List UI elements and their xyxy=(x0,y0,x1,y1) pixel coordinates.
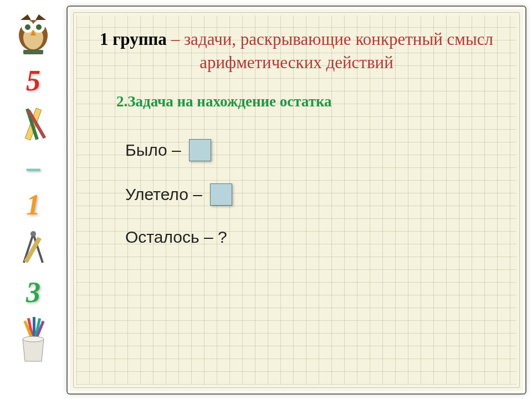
ruler-pencils-icon xyxy=(0,105,66,144)
title-lead: 1 группа xyxy=(100,29,167,49)
digit-5: 5 xyxy=(26,66,40,95)
row-flew-label: Улетело – xyxy=(125,185,202,204)
digit-1: 1 xyxy=(26,191,40,219)
digit-3: 3 xyxy=(26,278,40,307)
sidebar: 5 – 1 3 xyxy=(0,0,66,399)
task-rows: Было – Улетело – Осталось – ? xyxy=(92,139,501,247)
row-flew-away: Улетело – xyxy=(125,183,501,206)
owl-icon xyxy=(11,7,55,57)
svg-point-5 xyxy=(36,24,42,30)
slide-board: 1 группа – задачи, раскрывающие конкретн… xyxy=(66,6,526,395)
slide-subtitle: 2.Задача на нахождение остатка xyxy=(92,93,501,110)
row-remain-label: Осталось – ? xyxy=(125,228,227,247)
svg-point-13 xyxy=(30,231,36,237)
row-was-label: Было – xyxy=(125,141,181,160)
minus-symbol: – xyxy=(27,154,40,181)
svg-rect-7 xyxy=(23,50,43,54)
row-remain: Осталось – ? xyxy=(125,228,501,247)
pencil-cup-icon xyxy=(13,317,54,365)
row-was: Было – xyxy=(125,139,501,161)
value-box-icon xyxy=(210,183,232,206)
compass-tools-icon xyxy=(0,229,66,268)
svg-point-4 xyxy=(25,24,30,30)
value-box-icon xyxy=(189,139,211,161)
slide-title: 1 группа – задачи, раскрывающие конкретн… xyxy=(92,28,501,74)
title-rest: – задачи, раскрывающие конкретный смысл … xyxy=(167,29,493,72)
svg-point-20 xyxy=(23,336,44,342)
slide-content: 1 группа – задачи, раскрывающие конкретн… xyxy=(76,16,516,385)
